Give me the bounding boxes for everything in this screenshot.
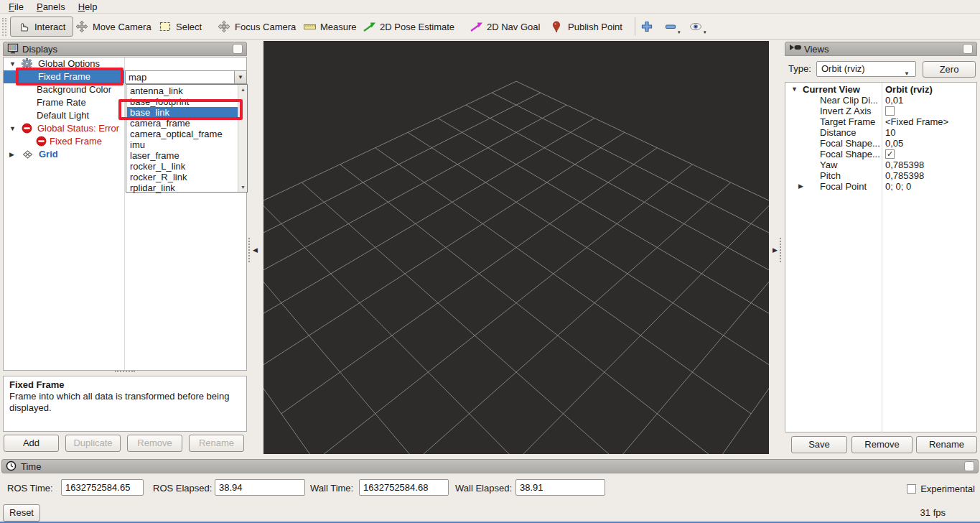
- wall-time-field[interactable]: [359, 479, 449, 496]
- dropdown-item-selected[interactable]: base_link: [127, 107, 238, 118]
- scroll-up-icon[interactable]: ▲: [238, 85, 248, 94]
- tree-row-frame-rate[interactable]: Frame Rate: [4, 96, 124, 109]
- current-view-label: Current View: [803, 84, 860, 95]
- dropdown-item[interactable]: camera_frame: [127, 118, 238, 129]
- experimental-option[interactable]: Experimental: [907, 483, 975, 494]
- dropdown-item[interactable]: imu: [127, 139, 238, 150]
- pose-estimate-tool[interactable]: 2D Pose Estimate: [363, 17, 454, 37]
- measure-tool[interactable]: Measure: [304, 17, 357, 37]
- tree-row-pitch[interactable]: Pitch 0,785398: [785, 170, 976, 181]
- visibility-tool[interactable]: ▾: [689, 17, 701, 37]
- menu-panels[interactable]: Panels: [37, 1, 65, 12]
- focal-point-value[interactable]: 0; 0; 0: [885, 181, 911, 192]
- zoom-out-tool[interactable]: ▾: [665, 17, 676, 37]
- time-panel-title: Time: [21, 461, 41, 472]
- scroll-down-icon[interactable]: ▼: [238, 182, 248, 192]
- render-viewport[interactable]: [263, 41, 769, 454]
- collapse-right-panel-handle[interactable]: ▶: [773, 237, 782, 263]
- rename-view-button[interactable]: Rename: [916, 436, 977, 453]
- expand-right-icon[interactable]: ▶: [798, 181, 803, 192]
- duplicate-button[interactable]: Duplicate: [65, 435, 121, 452]
- dropdown-item[interactable]: rocker_L_link: [127, 161, 238, 172]
- tree-row-focal-shape-size[interactable]: Focal Shape... 0,05: [785, 138, 976, 149]
- displays-panel-checkbox[interactable]: [233, 44, 243, 54]
- tree-row-global-status[interactable]: ▼ Global Status: Error: [4, 122, 124, 135]
- collapse-left-panel-handle[interactable]: ◀: [248, 237, 258, 263]
- distance-value[interactable]: 10: [885, 127, 895, 138]
- dropdown-item[interactable]: laser_frame: [127, 150, 238, 161]
- tree-row-status-fixed-frame[interactable]: Fixed Frame: [4, 135, 124, 148]
- tree-row-target-frame[interactable]: Target Frame <Fixed Frame>: [785, 116, 976, 127]
- tree-row-fixed-frame[interactable]: Fixed Frame: [4, 70, 124, 83]
- time-panel-checkbox[interactable]: [964, 461, 974, 471]
- focal-shape-size-value[interactable]: 0,05: [885, 138, 903, 149]
- yaw-value[interactable]: 0,785398: [885, 159, 924, 170]
- reset-button[interactable]: Reset: [3, 504, 40, 522]
- dropdown-item[interactable]: camera_optical_frame: [127, 129, 238, 139]
- ros-elapsed-field[interactable]: [215, 479, 305, 496]
- remove-view-button[interactable]: Remove: [851, 436, 913, 453]
- tree-row-background-color[interactable]: Background Color: [4, 83, 124, 96]
- pitch-label: Pitch: [820, 170, 841, 181]
- interact-tool-button[interactable]: Interact: [10, 17, 73, 37]
- pitch-value[interactable]: 0,785398: [885, 170, 924, 181]
- nav-goal-tool[interactable]: 2D Nav Goal: [470, 17, 540, 37]
- zoom-in-tool[interactable]: [641, 17, 653, 37]
- combo-dropdown-button[interactable]: ▼: [234, 71, 246, 83]
- menu-bar: File Panels Help: [0, 0, 980, 13]
- zero-button[interactable]: Zero: [923, 61, 976, 78]
- tree-row-distance[interactable]: Distance 10: [785, 127, 976, 138]
- expand-right-icon[interactable]: ▶: [9, 148, 14, 161]
- tree-row-current-view[interactable]: ▼ Current View Orbit (rviz): [785, 84, 976, 95]
- tree-row-default-light[interactable]: Default Light: [4, 109, 124, 122]
- near-clip-value[interactable]: 0,01: [885, 95, 903, 106]
- menu-help[interactable]: Help: [78, 1, 98, 12]
- select-tool[interactable]: Select: [159, 17, 202, 37]
- target-frame-value[interactable]: <Fixed Frame>: [885, 116, 948, 127]
- invert-z-checkbox[interactable]: [885, 106, 895, 116]
- tree-row-grid[interactable]: ▶ Grid: [4, 148, 124, 161]
- rename-display-button[interactable]: Rename: [189, 435, 244, 452]
- displays-column-divider: [124, 57, 125, 370]
- error-icon: [36, 136, 47, 147]
- expand-down-icon[interactable]: ▼: [9, 57, 16, 70]
- tree-row-global-options[interactable]: ▼ Global Options: [4, 57, 124, 70]
- dropdown-scrollbar[interactable]: ▲ ▼: [238, 85, 247, 192]
- experimental-checkbox[interactable]: [907, 484, 916, 494]
- ros-elapsed-label: ROS Elapsed:: [153, 483, 212, 494]
- dropdown-item[interactable]: rplidar_link: [127, 182, 238, 193]
- hand-pointer-icon: [18, 21, 29, 32]
- eye-icon: [689, 21, 701, 32]
- tree-row-focal-shape-fixed[interactable]: Focal Shape... ✓: [785, 149, 976, 159]
- save-view-button[interactable]: Save: [791, 436, 847, 453]
- selection-box-icon: [159, 21, 171, 32]
- handle-dots: [780, 238, 782, 262]
- expand-down-icon[interactable]: ▼: [791, 84, 798, 95]
- tree-row-invert-z[interactable]: Invert Z Axis: [785, 106, 976, 116]
- displays-panel-titlebar: Displays: [3, 42, 247, 56]
- ground-grid: [263, 41, 769, 454]
- fixed-frame-combo[interactable]: map ▼: [125, 70, 247, 84]
- add-button[interactable]: Add: [4, 435, 59, 452]
- tree-row-yaw[interactable]: Yaw 0,785398: [785, 159, 976, 170]
- move-camera-tool[interactable]: Move Camera: [76, 17, 151, 37]
- toolbar-drag-handle[interactable]: [2, 18, 6, 36]
- views-panel-checkbox[interactable]: [963, 44, 973, 54]
- dropdown-item[interactable]: base_footprint: [127, 96, 238, 107]
- ros-time-field[interactable]: [61, 479, 144, 496]
- menu-file[interactable]: File: [9, 1, 24, 12]
- map-pin-icon: [551, 21, 563, 32]
- displays-splitter-handle[interactable]: [115, 371, 135, 374]
- focus-camera-tool[interactable]: Focus Camera: [218, 17, 296, 37]
- view-type-combo[interactable]: Orbit (rviz) ▼: [816, 61, 916, 77]
- chevron-down-icon: ▼: [904, 67, 910, 81]
- dropdown-item[interactable]: rocker_R_link: [127, 172, 238, 182]
- focal-shape-checkbox-checked[interactable]: ✓: [885, 149, 895, 159]
- wall-elapsed-field[interactable]: [515, 479, 605, 496]
- dropdown-item[interactable]: antenna_link: [127, 85, 238, 96]
- remove-display-button[interactable]: Remove: [127, 435, 182, 452]
- publish-point-tool[interactable]: Publish Point: [551, 17, 622, 37]
- tree-row-near-clip[interactable]: Near Clip Di... 0,01: [785, 95, 976, 106]
- expand-down-icon[interactable]: ▼: [9, 122, 16, 135]
- tree-row-focal-point[interactable]: ▶ Focal Point 0; 0; 0: [785, 181, 976, 192]
